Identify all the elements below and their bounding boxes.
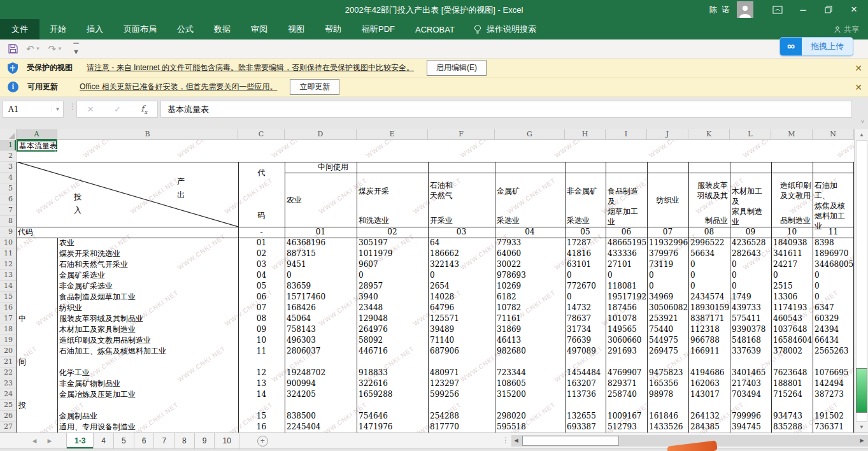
value-cell[interactable]: 269475	[647, 346, 688, 357]
column-header-N[interactable]: N	[813, 129, 854, 140]
value-cell[interactable]: 19248702	[285, 368, 357, 378]
undo-icon[interactable]: ↶▼	[26, 43, 41, 55]
value-cell[interactable]: 15717460	[285, 292, 357, 303]
value-cell[interactable]: 387273	[813, 389, 854, 400]
value-cell[interactable]: 291693	[606, 346, 647, 357]
ribbon-display-options-icon[interactable]	[765, 0, 790, 19]
ribbon-tab-6[interactable]: 审阅	[241, 19, 278, 39]
value-cell[interactable]: 8387171	[688, 313, 730, 324]
ribbon-tab-10[interactable]: ACROBAT	[405, 19, 465, 39]
row-sector-name[interactable]: 非金属矿采选业	[59, 281, 238, 292]
value-cell[interactable]: 48665195	[606, 238, 647, 248]
value-cell[interactable]: 754646	[357, 411, 428, 422]
sector-code-cell[interactable]: 09	[730, 227, 771, 238]
value-cell[interactable]: 3940	[357, 292, 428, 303]
value-cell[interactable]: 161846	[647, 411, 688, 422]
value-cell[interactable]: 900994	[285, 378, 357, 389]
row-sector-name[interactable]: 金属制品业	[59, 411, 238, 422]
horizontal-scroll-thumb[interactable]	[522, 436, 619, 446]
row-header-15[interactable]: 15	[0, 292, 16, 303]
row-code-cell[interactable]: 02	[238, 248, 285, 259]
value-cell[interactable]: 723344	[495, 368, 565, 378]
value-cell[interactable]: 0	[688, 270, 730, 281]
column-header-M[interactable]: M	[771, 129, 813, 140]
select-all-corner[interactable]	[0, 129, 17, 140]
value-cell[interactable]: 132655	[565, 411, 606, 422]
row-code-cell[interactable]: 05	[238, 281, 285, 292]
value-cell[interactable]: 934743	[771, 411, 813, 422]
value-cell[interactable]: 0	[688, 281, 730, 292]
row-sector-name[interactable]: 金属冶炼及压延加工业	[59, 389, 238, 400]
value-cell[interactable]: 918833	[357, 368, 428, 378]
value-cell[interactable]: 41816	[565, 248, 606, 259]
value-cell[interactable]: 17287	[565, 238, 606, 248]
name-box[interactable]: A1 ▼	[3, 101, 64, 118]
sheet-tab-6[interactable]: 6	[134, 433, 155, 448]
customize-qat-icon[interactable]: ▔▼	[73, 44, 80, 54]
row-code-cell[interactable]: 09	[238, 324, 285, 335]
value-cell[interactable]: 264132	[688, 411, 730, 422]
value-cell[interactable]: 71161	[495, 313, 565, 324]
value-cell[interactable]: 63101	[565, 259, 606, 270]
value-cell[interactable]: 324205	[285, 389, 357, 400]
row-header-19[interactable]: 19	[0, 335, 16, 346]
sheet-tab-7[interactable]: 7	[154, 433, 174, 448]
value-cell[interactable]: 264976	[357, 324, 428, 335]
value-cell[interactable]: 693387	[565, 422, 606, 433]
value-cell[interactable]: 19517192	[606, 292, 647, 303]
new-sheet-icon[interactable]: +	[257, 436, 268, 447]
column-header-C[interactable]: C	[238, 129, 285, 140]
value-cell[interactable]: 715264	[771, 389, 813, 400]
value-cell[interactable]: 30506082	[647, 303, 688, 313]
ribbon-tab-3[interactable]: 页面布局	[113, 19, 167, 39]
scroll-down-icon[interactable]: ▼	[855, 422, 868, 433]
value-cell[interactable]: 66434	[813, 335, 854, 346]
value-cell[interactable]: 112318	[688, 324, 730, 335]
value-cell[interactable]: 1076695	[813, 368, 854, 378]
value-cell[interactable]: 64060	[495, 248, 565, 259]
value-cell[interactable]: 10269	[495, 281, 565, 292]
value-cell[interactable]: 108605	[495, 378, 565, 389]
value-cell[interactable]: 39489	[428, 324, 495, 335]
enter-icon[interactable]: ✓	[114, 104, 121, 114]
row-header-4[interactable]: 4	[0, 173, 16, 183]
value-cell[interactable]: 433336	[606, 248, 647, 259]
sector-code-cell[interactable]: 10	[771, 227, 813, 238]
row-header-21[interactable]: 21	[0, 357, 16, 368]
value-cell[interactable]: 1471976	[357, 422, 428, 433]
value-cell[interactable]: 548168	[730, 335, 771, 346]
column-header-H[interactable]: H	[565, 129, 606, 140]
value-cell[interactable]: 0	[565, 292, 606, 303]
value-cell[interactable]: 0	[730, 270, 771, 281]
value-cell[interactable]: 1454484	[565, 368, 606, 378]
value-cell[interactable]: 394745	[730, 422, 771, 433]
sector-code-cell[interactable]: 11	[813, 227, 854, 238]
scroll-up-icon[interactable]: ▲	[855, 129, 868, 140]
value-cell[interactable]: 0	[285, 270, 357, 281]
sector-code-cell[interactable]: 02	[357, 227, 428, 238]
sheet-nav-prev-icon[interactable]: ◀	[27, 433, 42, 448]
value-cell[interactable]: 24217	[771, 259, 813, 270]
value-cell[interactable]: 703494	[730, 389, 771, 400]
row-sector-name[interactable]: 服装皮革羽绒及其制品业	[59, 313, 238, 324]
sector-code-cell[interactable]: 08	[688, 227, 730, 238]
value-cell[interactable]: 165356	[647, 378, 688, 389]
value-cell[interactable]: 284385	[688, 422, 730, 433]
banner-close-icon[interactable]: ✕	[853, 62, 864, 74]
value-cell[interactable]: 73119	[647, 259, 688, 270]
ribbon-tab-5[interactable]: 数据	[204, 19, 241, 39]
value-cell[interactable]: 772670	[565, 281, 606, 292]
value-cell[interactable]: 7623648	[771, 368, 813, 378]
sheet-tab-8[interactable]: 8	[174, 433, 195, 448]
value-cell[interactable]: 2996522	[688, 238, 730, 248]
row-header-18[interactable]: 18	[0, 324, 16, 335]
value-cell[interactable]: 480971	[428, 368, 495, 378]
sector-code-cell[interactable]: 04	[495, 227, 565, 238]
cancel-icon[interactable]: ✕	[87, 104, 94, 114]
value-cell[interactable]: 817770	[428, 422, 495, 433]
row-header-27[interactable]: 27	[0, 422, 16, 433]
value-cell[interactable]: 27101	[606, 259, 647, 270]
row-code-cell[interactable]: 10	[238, 335, 285, 346]
value-cell[interactable]: 497089	[565, 346, 606, 357]
row-sector-name[interactable]: 农业	[59, 238, 238, 248]
